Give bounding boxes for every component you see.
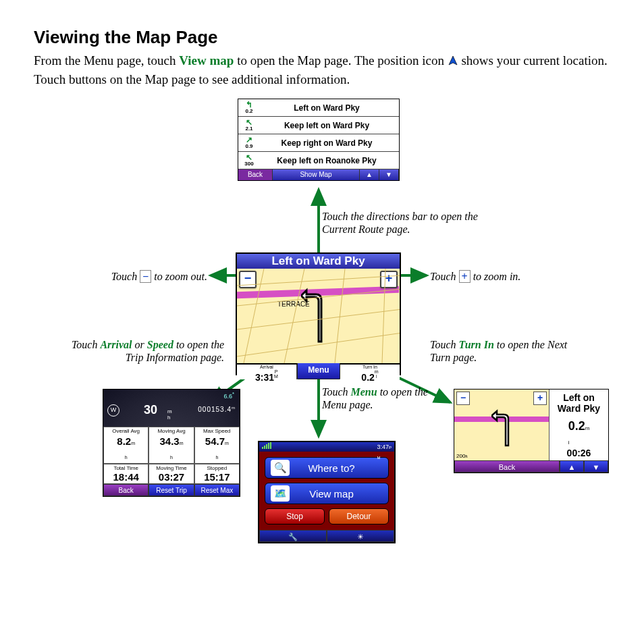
svg-marker-0 [449, 56, 457, 65]
scroll-down-button[interactable]: ▼ [379, 169, 399, 180]
bear-left-icon: ↖ [241, 119, 257, 126]
stat-stopped: Stopped15:17 [194, 464, 240, 484]
ann-directions-bar: Touch the directions bar to open the Cur… [322, 210, 484, 236]
svg-line-9 [237, 309, 400, 329]
map-scale: 200ft [456, 453, 468, 459]
next-turn-label: Left on Ward Pky [549, 392, 608, 414]
ann-trip: Touch Arrival or Speed to open the Trip … [62, 338, 224, 364]
direction-row[interactable]: ↖300 Keep left on Roanoke Pky [238, 152, 399, 169]
direction-text: Keep left on Roanoke Pky [257, 156, 396, 165]
menu-button[interactable]: Menu [297, 362, 340, 379]
stat-moving-time: Moving Time03:27 [149, 464, 194, 484]
svg-line-12 [284, 269, 304, 363]
ann-zoom-out: Touch − to zoom out. [82, 270, 207, 283]
trip-dashboard: W 30 m h 6.6* 000153.4m [103, 390, 240, 427]
wrench-icon: 🔧 [288, 533, 298, 541]
zoom-out-button[interactable]: − [456, 392, 470, 405]
position-icon [448, 53, 458, 71]
view-map-link: View map [179, 53, 234, 68]
next-turn-screen: − + 200ft Left on Ward Pky 0.2mi 00:26 B… [454, 389, 609, 473]
scroll-up-button[interactable]: ▲ [360, 169, 379, 180]
diagram: Touch the directions bar to open the Cur… [35, 99, 609, 585]
stat-total-time: Total Time18:44 [103, 464, 149, 484]
svg-line-11 [244, 269, 264, 363]
detour-button[interactable]: Detour [329, 508, 389, 525]
svg-line-10 [237, 333, 400, 356]
next-turn-button[interactable]: ▼ [584, 460, 608, 473]
direction-row[interactable]: ↖2.1 Keep left on Ward Pky [238, 117, 399, 134]
turn-in-button[interactable]: Turn In0.2m i [340, 365, 400, 379]
compass-icon: W [107, 404, 119, 417]
brightness-icon: ☀ [357, 533, 364, 541]
turn-left-icon: ↰ [241, 101, 257, 108]
reset-trip-button[interactable]: Reset Trip [149, 484, 194, 496]
direction-text: Keep left on Ward Pky [257, 121, 396, 130]
direction-text: Left on Ward Pky [257, 103, 396, 113]
odometer: 000153.4m [198, 406, 236, 413]
bear-right-icon: ↗ [241, 136, 257, 143]
current-speed: 30 [144, 403, 157, 417]
next-turn-time: 00:26 [567, 448, 591, 458]
direction-row[interactable]: ↗0.9 Keep right on Ward Pky [238, 134, 399, 152]
map-area[interactable]: TERRACE − + [237, 269, 400, 363]
where-to-button[interactable]: 🔍 Where to? [265, 457, 389, 479]
map-page-screen: Left on Ward Pky TERRACE − + Arrival3:3 [236, 252, 401, 375]
turn-arrow-icon [491, 406, 525, 450]
prev-turn-button[interactable]: ▲ [560, 460, 584, 473]
turn-map: − + 200ft [454, 390, 549, 460]
stat-overall-avg: Overall Avg8.2mh [103, 427, 149, 464]
ann-turn: Touch Turn In to open the Next Turn page… [430, 338, 572, 364]
map-icon: 🗺️ [271, 485, 290, 502]
main-menu-screen: 3:47PM 🔍 Where to? 🗺️ View map Stop Deto… [258, 441, 396, 543]
svg-line-13 [335, 269, 345, 363]
direction-text: Keep right on Ward Pky [257, 138, 396, 148]
direction-row[interactable]: ↰0.2 Left on Ward Pky [238, 99, 399, 117]
ann-zoom-in: Touch + to zoom in. [430, 270, 520, 283]
intro-text: From the Menu page, touch View map to op… [34, 52, 610, 88]
stat-moving-avg: Moving Avg34.3mh [149, 427, 194, 464]
stat-max-speed: Max Speed54.7mh [194, 427, 240, 464]
satellite-strength: 6.6* [224, 391, 234, 400]
stop-button[interactable]: Stop [265, 508, 325, 525]
back-button[interactable]: Back [103, 484, 149, 496]
arrival-button[interactable]: Arrival3:31P M [237, 365, 297, 379]
directions-screen: ↰0.2 Left on Ward Pky ↖2.1 Keep left on … [238, 99, 400, 181]
brightness-button[interactable]: ☀ [327, 530, 394, 542]
reset-max-button[interactable]: Reset Max [194, 484, 240, 496]
svg-line-14 [382, 269, 385, 363]
show-map-button[interactable]: Show Map [273, 169, 360, 180]
svg-line-8 [237, 289, 400, 306]
page-title: Viewing the Map Page [34, 27, 610, 48]
view-map-button[interactable]: 🗺️ View map [265, 483, 389, 504]
next-turn-distance: 0.2mi [568, 419, 590, 448]
speed-unit: m h [167, 408, 172, 421]
bear-left-icon: ↖ [241, 154, 257, 161]
minus-icon: − [140, 270, 151, 283]
settings-button[interactable]: 🔧 [259, 530, 327, 542]
back-button[interactable]: Back [454, 460, 560, 473]
zoom-in-button[interactable]: + [533, 392, 547, 405]
signal-icon [262, 442, 271, 449]
magnifier-icon: 🔍 [271, 460, 290, 476]
directions-bar[interactable]: Left on Ward Pky [237, 254, 400, 269]
clock: 3:47PM [377, 442, 392, 452]
ann-menu: Touch Menu to open the Menu page. [322, 385, 444, 411]
back-button[interactable]: Back [238, 169, 273, 180]
trip-info-screen: W 30 m h 6.6* 000153.4m Overall Avg8.2mh… [103, 389, 240, 497]
plus-icon: + [459, 270, 471, 283]
